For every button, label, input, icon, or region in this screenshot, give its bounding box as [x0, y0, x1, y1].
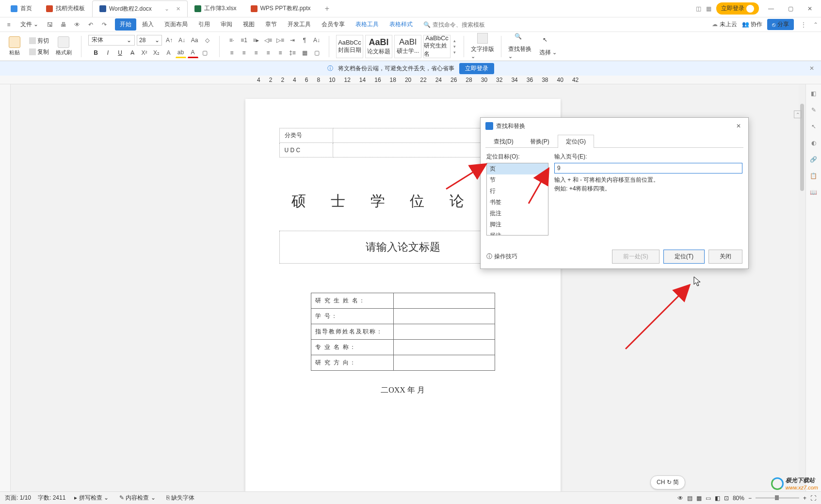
target-listbox[interactable]: 页 节 行 书签 批注 脚注 尾注	[486, 163, 548, 236]
save-icon[interactable]: 🖫	[44, 19, 56, 31]
table-cell[interactable]	[393, 355, 495, 371]
justify-button[interactable]: ≡	[263, 47, 274, 58]
vertical-ruler[interactable]	[0, 84, 11, 491]
close-button[interactable]: ✕	[803, 1, 817, 16]
increase-indent-button[interactable]: ▷≡	[275, 35, 286, 46]
style-item[interactable]: AaBl论文标题	[365, 35, 392, 58]
page-input[interactable]	[554, 163, 742, 173]
close-icon[interactable]: ✕	[176, 6, 180, 12]
select-button[interactable]: ↖选择 ⌄	[536, 36, 560, 57]
fit-page-icon[interactable]: ⛶	[810, 495, 816, 502]
redo-icon[interactable]: ↷	[98, 19, 110, 31]
list-item[interactable]: 批注	[487, 208, 548, 219]
sidebar-style-icon[interactable]: ✎	[809, 106, 818, 114]
style-gallery[interactable]: AaBbCc封面日期 AaBl论文标题 AaBl硕士学... AaBbCc研究生…	[336, 35, 457, 58]
menu-icon[interactable]: ≡	[3, 19, 15, 31]
table-cell[interactable]	[393, 324, 495, 340]
maximize-button[interactable]: ▢	[783, 1, 798, 16]
print-layout-icon[interactable]: ▤	[687, 495, 692, 502]
find-replace-button[interactable]: 🔍查找替换 ⌄	[508, 33, 531, 60]
font-effect-button[interactable]: A	[163, 47, 174, 58]
showmarks-button[interactable]: ¶	[299, 35, 310, 46]
table-cell[interactable]: 研 究 方 向：	[311, 355, 393, 371]
copy-button[interactable]: 复制	[27, 47, 51, 57]
highlight-button[interactable]: ab	[176, 47, 186, 58]
horizontal-ruler[interactable]: 4224681012141618202224262830323436384042	[0, 76, 821, 84]
tab-reference[interactable]: 引用	[193, 18, 215, 31]
view-mode-icon[interactable]: 👁	[677, 495, 683, 502]
strike-button[interactable]: A̶	[127, 47, 138, 58]
word-count[interactable]: 字数: 2411	[38, 494, 65, 502]
tab-template[interactable]: 找稻壳模板	[39, 0, 92, 17]
align-right-button[interactable]: ≡	[251, 47, 261, 58]
shading-button[interactable]: ▦	[299, 47, 310, 58]
font-color-button[interactable]: A	[188, 47, 198, 58]
outline-icon[interactable]: ▭	[706, 495, 711, 502]
search-box[interactable]: 🔍	[423, 21, 496, 28]
tab-chapter[interactable]: 章节	[260, 18, 282, 31]
font-select[interactable]: 宋体⌄	[88, 35, 135, 46]
dialog-close-button[interactable]: ✕	[734, 121, 743, 131]
spellcheck-button[interactable]: ▸ 拼写检查 ⌄	[72, 493, 111, 503]
subscript-button[interactable]: X₂	[151, 47, 162, 58]
sidebar-select-icon[interactable]: ↖	[809, 122, 818, 131]
tab-goto[interactable]: 定位(G)	[558, 135, 594, 148]
info-table[interactable]: 研 究 生 姓 名： 学 号： 指导教师姓名及职称： 专 业 名 称： 研 究 …	[311, 293, 495, 371]
tab-view[interactable]: 视图	[238, 18, 259, 31]
table-cell[interactable]: 专 业 名 称：	[311, 340, 393, 355]
goto-button[interactable]: 定位(T)	[663, 250, 705, 264]
table-cell[interactable]	[393, 309, 495, 324]
tab-devtools[interactable]: 开发工具	[283, 18, 316, 31]
style-up-icon[interactable]: ▴	[453, 38, 456, 43]
size-select[interactable]: 28⌄	[137, 35, 162, 46]
bg-color-button[interactable]: ▢	[200, 47, 210, 58]
list-item[interactable]: 书签	[487, 197, 548, 208]
table-cell[interactable]: 指导教师姓名及职称：	[311, 324, 393, 340]
banner-close-icon[interactable]: ✕	[809, 65, 814, 72]
sidebar-book-icon[interactable]: 📖	[809, 188, 818, 197]
list-item[interactable]: 尾注	[487, 230, 548, 236]
style-item[interactable]: AaBbCc封面日期	[336, 35, 363, 58]
banner-login-button[interactable]: 立即登录	[459, 63, 494, 74]
collapse-ribbon-icon[interactable]: ⌃	[813, 21, 818, 28]
tab-excel[interactable]: 工作簿3.xlsx	[188, 0, 244, 17]
table-cell[interactable]: 分类号	[279, 128, 333, 143]
page-indicator[interactable]: 页面: 1/10	[5, 494, 31, 502]
list-item[interactable]: 节	[487, 174, 548, 186]
table-cell[interactable]	[393, 293, 495, 309]
format-painter-button[interactable]: 格式刷	[53, 34, 74, 59]
bold-button[interactable]: B	[91, 47, 101, 58]
tab-member[interactable]: 会员专享	[317, 18, 350, 31]
preview-icon[interactable]: 👁	[71, 19, 83, 31]
undo-icon[interactable]: ↶	[85, 19, 97, 31]
underline-button[interactable]: U	[115, 47, 126, 58]
minimize-button[interactable]: —	[764, 1, 778, 16]
vertical-scrollbar[interactable]	[799, 84, 805, 491]
add-tab-button[interactable]: +	[321, 2, 334, 15]
cloud-status[interactable]: ☁ 未上云	[712, 20, 737, 29]
table-cell[interactable]: 学 号：	[311, 309, 393, 324]
text-direction-button[interactable]: 文字排版 ⌄	[471, 33, 494, 60]
tab-start[interactable]: 开始	[115, 18, 136, 31]
sidebar-collapse-icon[interactable]: ◧	[809, 89, 818, 98]
tab-button[interactable]: ⇥	[287, 35, 298, 46]
multilevel-button[interactable]: ≡▸	[251, 35, 261, 46]
table-cell[interactable]: 研 究 生 姓 名：	[311, 293, 393, 309]
number-list-button[interactable]: ≡1	[239, 35, 249, 46]
tab-ppt[interactable]: WPS PPT教程.pptx	[244, 0, 318, 17]
web-layout-icon[interactable]: ▦	[696, 495, 702, 502]
tab-tabletools[interactable]: 表格工具	[351, 18, 384, 31]
search-input[interactable]	[433, 21, 496, 28]
clear-format-button[interactable]: ◇	[202, 35, 212, 46]
decrease-font-button[interactable]: A↓	[177, 35, 187, 46]
layout-icon[interactable]: ◫	[696, 5, 701, 12]
login-button[interactable]: 立即登录	[716, 2, 759, 15]
tab-insert[interactable]: 插入	[137, 18, 159, 31]
distribute-button[interactable]: ≡	[275, 47, 286, 58]
sort-button[interactable]: A↓	[311, 35, 322, 46]
cut-button[interactable]: 剪切	[27, 36, 51, 46]
border-button[interactable]: ▢	[311, 47, 322, 58]
slider-thumb[interactable]	[775, 495, 779, 500]
file-menu[interactable]: 文件 ⌄	[16, 19, 42, 30]
zoom-value[interactable]: 80%	[733, 495, 744, 502]
